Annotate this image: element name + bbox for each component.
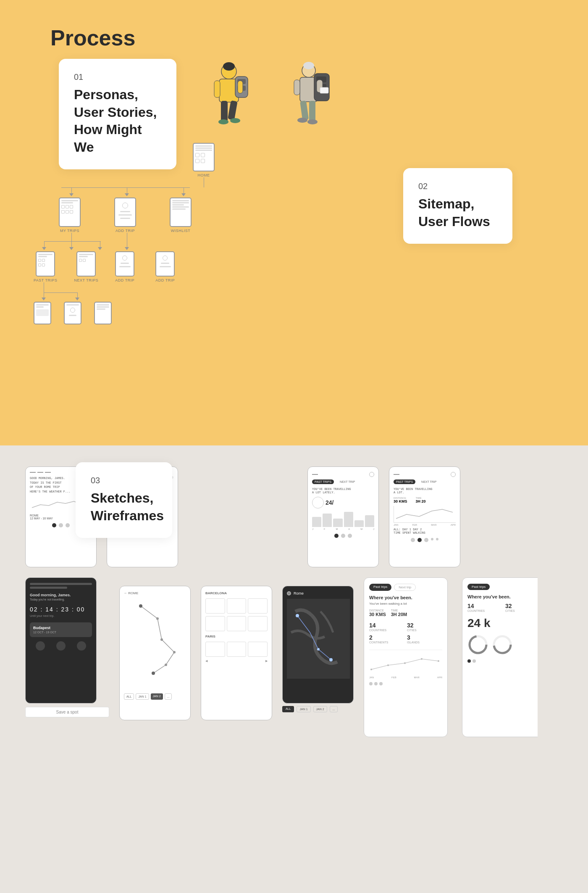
svg-point-23 [297, 118, 307, 123]
svg-point-24 [307, 119, 318, 124]
wireframe-rome-dark: Rome [282, 586, 354, 737]
sitemap-wishlist-label: WISHLIST [171, 229, 191, 233]
sitemap-my-trips-label: MY TRIPS [60, 229, 79, 233]
svg-point-29 [165, 664, 167, 666]
sitemap-l3-3 [94, 302, 112, 324]
wireframe-dark-phone: Good morning, James. Today you're not tr… [25, 577, 97, 703]
sketch-paris-grid [205, 642, 268, 657]
sitemap-add-trip-sub-label: ADD TRIP [155, 278, 175, 282]
tab-next-trip-4: NEXT TRIP [419, 479, 439, 484]
circle-chart-1 [467, 634, 488, 655]
wf-circle-charts [467, 634, 538, 655]
sketch-text-3: YOU'VE BEEN TRAVELLINGA LOT LATELY. [312, 487, 374, 494]
svg-point-1 [223, 62, 235, 71]
svg-point-26 [156, 617, 159, 620]
wf-morning-text: Good morning, James. Today you're not tr… [30, 593, 92, 601]
svg-point-33 [317, 648, 320, 651]
sitemap-next-trips: NEXT TRIPS [74, 251, 99, 282]
section-wireframes: 03 Sketches,Wireframes GOOD MORNING, JAM… [0, 445, 588, 893]
wireframes-row-2: Good morning, James. Today you're not tr… [25, 577, 563, 737]
sitemap-add-trip-l2-label: ADD TRIP [115, 278, 134, 282]
sitemap-next-trips-label: NEXT TRIPS [74, 278, 99, 282]
wf-chart-months: JAN FEB MAR APR [369, 676, 442, 679]
wf-stats-grid: 14 COUNTRIES 32 CITIES 2 CONTINENTS 3 [369, 622, 442, 644]
page-title: Process [0, 25, 588, 50]
card-03-placeholder [188, 466, 297, 567]
sitemap-past-trips: PAST TRIPS [34, 251, 58, 282]
travelers-illustration [202, 50, 336, 134]
sketch-back-rome: ← ROME [124, 591, 186, 595]
svg-rect-21 [300, 100, 309, 121]
wf-stats-dots [369, 682, 442, 685]
wf-stats-numbers: DISTANCE 30 KMS TIME 3H 20M [369, 609, 442, 617]
sketch-text-4b: ALL: DAY 1 DAY 2TIME SPENT WALKING [394, 528, 456, 535]
wireframe-barcelona-sketch: BARCELONA PARIS ◀ [201, 586, 272, 720]
svg-point-11 [230, 118, 240, 123]
wireframe-stats-hifi-right: Past trips Where you've been. 14 COUNTRI… [462, 577, 538, 737]
wf-map-dark [287, 599, 349, 683]
sitemap-add-trip-sub: ADD TRIP [155, 251, 175, 282]
sketch-date-tabs: ALL JAN 1 JAN 2 ... [124, 693, 186, 700]
wireframe-stats-sketch: PAST TRIPS NEXT TRIP YOU'VE BEEN TRAVELL… [307, 466, 379, 567]
wf-stats-title: Where you've been. [369, 595, 442, 600]
wf-dots-4 [394, 538, 456, 542]
svg-rect-9 [238, 81, 243, 93]
wf-bottom-icons [30, 641, 92, 651]
wireframe-morning-dark: Good morning, James. Today you're not tr… [25, 577, 109, 737]
wf-timer-label: Until your next trip. [30, 614, 92, 617]
svg-point-27 [160, 638, 163, 641]
sitemap-home-node [193, 143, 215, 171]
sitemap-add-trip: ADD TRIP [114, 198, 136, 233]
sitemap-past-trips-label: PAST TRIPS [34, 278, 58, 282]
wf-timer: 02 : 14 : 23 : 00 [30, 606, 92, 613]
sketch-paris-label: PARIS [205, 635, 268, 638]
wf-stats-tabs: Past trips Next trip [369, 584, 442, 591]
step-01-number: 01 [74, 72, 161, 82]
wf-header-4 [394, 472, 456, 477]
sketch-barcelona-grid [205, 598, 268, 614]
sketch-stats-3: 24/ [312, 497, 374, 508]
sketch-map-area [124, 598, 186, 690]
step-03-number: 03 [91, 476, 157, 485]
tab-past-trips: PAST TRIPS [312, 479, 334, 484]
sitemap-l3-1 [34, 302, 51, 324]
wf-rome-header: Rome [287, 591, 349, 595]
traveler-2 [281, 50, 336, 134]
sketch-kms-4: DISTANCE 30 KMS TIME 3H 20 [394, 497, 456, 503]
svg-rect-18 [294, 80, 300, 95]
wireframe-stats-right-phone: Past trips Where you've been. 14 COUNTRI… [462, 577, 538, 737]
svg-point-34 [329, 658, 333, 661]
wf-header-3 [312, 472, 374, 477]
wf-stats-right-tabs: Past trips [467, 584, 538, 590]
svg-point-37 [404, 662, 406, 664]
step-03-title: Sketches,Wireframes [91, 490, 157, 524]
wf-stats-chart: JAN FEB MAR APR [369, 650, 442, 679]
card-step-02: 02 Sitemap,User Flows [403, 168, 512, 244]
traveler-1 [202, 50, 256, 134]
sitemap-add-trip-label: ADD TRIP [116, 229, 135, 233]
wf-stats-subtitle: You've been walking a lot [369, 602, 442, 606]
step-02-title: Sitemap,User Flows [418, 195, 497, 230]
card-step-03: 03 Sketches,Wireframes [76, 462, 172, 538]
wf-save-spot: Save a spot [25, 707, 109, 717]
wireframe-stats-hifi: Past trips Next trip Where you've been. … [364, 577, 452, 737]
wireframe-map-sketch: ← ROME ALL JAN 1 JAN 2 [119, 586, 191, 720]
wf-stats-right-title: Where you've been. [467, 594, 538, 599]
svg-rect-20 [320, 87, 328, 93]
tab-past-trips-4: PAST TRIPS [394, 479, 415, 484]
svg-rect-7 [228, 100, 238, 120]
wf-trip-card: Budapest 12 OCT - 19 OCT [30, 622, 92, 637]
svg-point-32 [296, 614, 299, 617]
circle-chart-2 [492, 634, 513, 655]
svg-rect-6 [221, 101, 228, 122]
wireframe-stats-phone: Past trips Next trip Where you've been. … [364, 577, 448, 737]
svg-rect-8 [214, 81, 220, 97]
wireframe-route-sketch: PAST TRIPS NEXT TRIP YOU'VE BEEN TRAVELL… [389, 466, 460, 567]
wf-dots-3 [312, 534, 374, 538]
sitemap-tree: HOME [34, 143, 307, 324]
svg-point-38 [421, 658, 423, 660]
svg-point-10 [218, 119, 228, 124]
sitemap-wishlist: WISHLIST [170, 198, 192, 233]
wf-rome-tabs: ALL JAN 1 JAN 2 ... [282, 706, 354, 712]
svg-point-39 [438, 660, 439, 662]
